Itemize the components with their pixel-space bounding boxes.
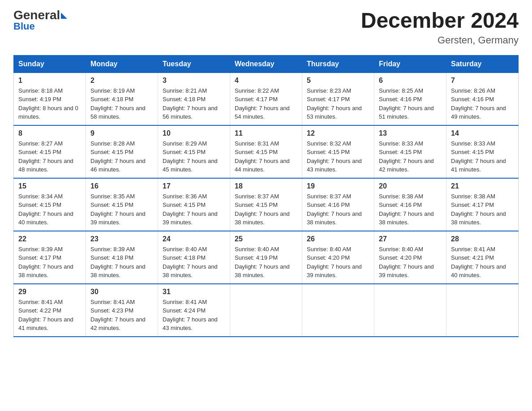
calendar-cell: 25 Sunrise: 8:40 AM Sunset: 4:19 PM Dayl… — [230, 231, 302, 284]
day-number: 15 — [18, 182, 81, 190]
day-info: Sunrise: 8:21 AM Sunset: 4:18 PM Dayligh… — [163, 86, 225, 121]
location-label: Gersten, Germany — [361, 34, 519, 46]
calendar-week-row: 29 Sunrise: 8:41 AM Sunset: 4:22 PM Dayl… — [14, 284, 519, 337]
day-info: Sunrise: 8:19 AM Sunset: 4:18 PM Dayligh… — [90, 86, 153, 121]
calendar-cell — [446, 284, 519, 337]
day-number: 13 — [379, 129, 442, 137]
calendar-cell: 19 Sunrise: 8:37 AM Sunset: 4:16 PM Dayl… — [302, 178, 374, 231]
day-number: 2 — [90, 77, 153, 85]
day-info: Sunrise: 8:31 AM Sunset: 4:15 PM Dayligh… — [235, 139, 297, 174]
calendar-cell: 30 Sunrise: 8:41 AM Sunset: 4:23 PM Dayl… — [86, 284, 158, 337]
day-number: 17 — [163, 182, 225, 190]
day-number: 12 — [307, 129, 369, 137]
day-info: Sunrise: 8:38 AM Sunset: 4:16 PM Dayligh… — [379, 192, 442, 227]
day-number: 20 — [379, 182, 442, 190]
calendar-cell: 18 Sunrise: 8:37 AM Sunset: 4:15 PM Dayl… — [230, 178, 302, 231]
calendar-cell — [302, 284, 374, 337]
day-number: 26 — [307, 235, 369, 243]
calendar-cell: 23 Sunrise: 8:39 AM Sunset: 4:18 PM Dayl… — [86, 231, 158, 284]
day-info: Sunrise: 8:33 AM Sunset: 4:15 PM Dayligh… — [379, 139, 442, 174]
day-number: 30 — [90, 288, 153, 296]
day-number: 29 — [18, 288, 81, 296]
logo-arrow-icon — [61, 13, 67, 19]
day-number: 19 — [307, 182, 369, 190]
calendar-cell: 24 Sunrise: 8:40 AM Sunset: 4:18 PM Dayl… — [158, 231, 230, 284]
day-number: 28 — [451, 235, 514, 243]
day-number: 22 — [18, 235, 81, 243]
day-number: 23 — [90, 235, 153, 243]
calendar-cell: 7 Sunrise: 8:26 AM Sunset: 4:16 PM Dayli… — [446, 73, 519, 125]
day-number: 4 — [235, 77, 297, 85]
day-number: 27 — [379, 235, 442, 243]
day-number: 5 — [307, 77, 369, 85]
day-number: 24 — [163, 235, 225, 243]
day-info: Sunrise: 8:39 AM Sunset: 4:17 PM Dayligh… — [18, 245, 81, 280]
day-number: 8 — [18, 129, 81, 137]
day-info: Sunrise: 8:18 AM Sunset: 4:19 PM Dayligh… — [18, 86, 81, 121]
day-info: Sunrise: 8:29 AM Sunset: 4:15 PM Dayligh… — [163, 139, 225, 174]
calendar-week-row: 22 Sunrise: 8:39 AM Sunset: 4:17 PM Dayl… — [14, 231, 519, 284]
day-info: Sunrise: 8:35 AM Sunset: 4:15 PM Dayligh… — [90, 192, 153, 227]
day-info: Sunrise: 8:32 AM Sunset: 4:15 PM Dayligh… — [307, 139, 369, 174]
calendar-cell: 3 Sunrise: 8:21 AM Sunset: 4:18 PM Dayli… — [158, 73, 230, 125]
calendar-cell: 2 Sunrise: 8:19 AM Sunset: 4:18 PM Dayli… — [86, 73, 158, 125]
day-number: 7 — [451, 77, 514, 85]
calendar-cell: 13 Sunrise: 8:33 AM Sunset: 4:15 PM Dayl… — [374, 125, 446, 178]
day-info: Sunrise: 8:41 AM Sunset: 4:23 PM Dayligh… — [90, 298, 153, 333]
calendar-cell: 31 Sunrise: 8:41 AM Sunset: 4:24 PM Dayl… — [158, 284, 230, 337]
day-info: Sunrise: 8:33 AM Sunset: 4:15 PM Dayligh… — [451, 139, 514, 174]
header-monday: Monday — [86, 55, 158, 73]
calendar-table: SundayMondayTuesdayWednesdayThursdayFrid… — [13, 55, 519, 337]
day-number: 3 — [163, 77, 225, 85]
header-friday: Friday — [374, 55, 446, 73]
calendar-cell: 16 Sunrise: 8:35 AM Sunset: 4:15 PM Dayl… — [86, 178, 158, 231]
calendar-cell: 8 Sunrise: 8:27 AM Sunset: 4:15 PM Dayli… — [14, 125, 86, 178]
calendar-cell: 28 Sunrise: 8:41 AM Sunset: 4:21 PM Dayl… — [446, 231, 519, 284]
calendar-header-row: SundayMondayTuesdayWednesdayThursdayFrid… — [14, 55, 519, 73]
month-title: December 2024 — [361, 9, 519, 33]
day-info: Sunrise: 8:40 AM Sunset: 4:18 PM Dayligh… — [163, 245, 225, 280]
calendar-cell: 1 Sunrise: 8:18 AM Sunset: 4:19 PM Dayli… — [14, 73, 86, 125]
day-info: Sunrise: 8:26 AM Sunset: 4:16 PM Dayligh… — [451, 86, 514, 121]
day-info: Sunrise: 8:28 AM Sunset: 4:15 PM Dayligh… — [90, 139, 153, 174]
calendar-cell — [230, 284, 302, 337]
header-wednesday: Wednesday — [230, 55, 302, 73]
day-info: Sunrise: 8:39 AM Sunset: 4:18 PM Dayligh… — [90, 245, 153, 280]
day-number: 16 — [90, 182, 153, 190]
logo-general-text: General — [13, 9, 60, 21]
day-number: 1 — [18, 77, 81, 85]
calendar-week-row: 15 Sunrise: 8:34 AM Sunset: 4:15 PM Dayl… — [14, 178, 519, 231]
day-number: 25 — [235, 235, 297, 243]
calendar-cell: 9 Sunrise: 8:28 AM Sunset: 4:15 PM Dayli… — [86, 125, 158, 178]
calendar-cell: 27 Sunrise: 8:40 AM Sunset: 4:20 PM Dayl… — [374, 231, 446, 284]
day-number: 18 — [235, 182, 297, 190]
page-header: General Blue December 2024 Gersten, Germ… — [13, 9, 519, 46]
day-info: Sunrise: 8:34 AM Sunset: 4:15 PM Dayligh… — [18, 192, 81, 227]
calendar-cell: 5 Sunrise: 8:23 AM Sunset: 4:17 PM Dayli… — [302, 73, 374, 125]
calendar-cell: 11 Sunrise: 8:31 AM Sunset: 4:15 PM Dayl… — [230, 125, 302, 178]
calendar-cell: 21 Sunrise: 8:38 AM Sunset: 4:17 PM Dayl… — [446, 178, 519, 231]
day-info: Sunrise: 8:41 AM Sunset: 4:21 PM Dayligh… — [451, 245, 514, 280]
day-info: Sunrise: 8:41 AM Sunset: 4:24 PM Dayligh… — [163, 298, 225, 333]
logo-blue-text: Blue — [13, 21, 67, 32]
day-info: Sunrise: 8:25 AM Sunset: 4:16 PM Dayligh… — [379, 86, 442, 121]
day-number: 9 — [90, 129, 153, 137]
day-info: Sunrise: 8:41 AM Sunset: 4:22 PM Dayligh… — [18, 298, 81, 333]
day-info: Sunrise: 8:40 AM Sunset: 4:20 PM Dayligh… — [379, 245, 442, 280]
calendar-week-row: 8 Sunrise: 8:27 AM Sunset: 4:15 PM Dayli… — [14, 125, 519, 178]
calendar-week-row: 1 Sunrise: 8:18 AM Sunset: 4:19 PM Dayli… — [14, 73, 519, 125]
day-info: Sunrise: 8:40 AM Sunset: 4:19 PM Dayligh… — [235, 245, 297, 280]
day-number: 6 — [379, 77, 442, 85]
calendar-cell: 12 Sunrise: 8:32 AM Sunset: 4:15 PM Dayl… — [302, 125, 374, 178]
header-thursday: Thursday — [302, 55, 374, 73]
day-number: 31 — [163, 288, 225, 296]
calendar-cell: 4 Sunrise: 8:22 AM Sunset: 4:17 PM Dayli… — [230, 73, 302, 125]
calendar-cell: 22 Sunrise: 8:39 AM Sunset: 4:17 PM Dayl… — [14, 231, 86, 284]
day-number: 10 — [163, 129, 225, 137]
calendar-cell: 14 Sunrise: 8:33 AM Sunset: 4:15 PM Dayl… — [446, 125, 519, 178]
day-info: Sunrise: 8:37 AM Sunset: 4:15 PM Dayligh… — [235, 192, 297, 227]
logo: General Blue — [13, 9, 67, 32]
day-info: Sunrise: 8:27 AM Sunset: 4:15 PM Dayligh… — [18, 139, 81, 174]
calendar-cell: 10 Sunrise: 8:29 AM Sunset: 4:15 PM Dayl… — [158, 125, 230, 178]
header-sunday: Sunday — [14, 55, 86, 73]
